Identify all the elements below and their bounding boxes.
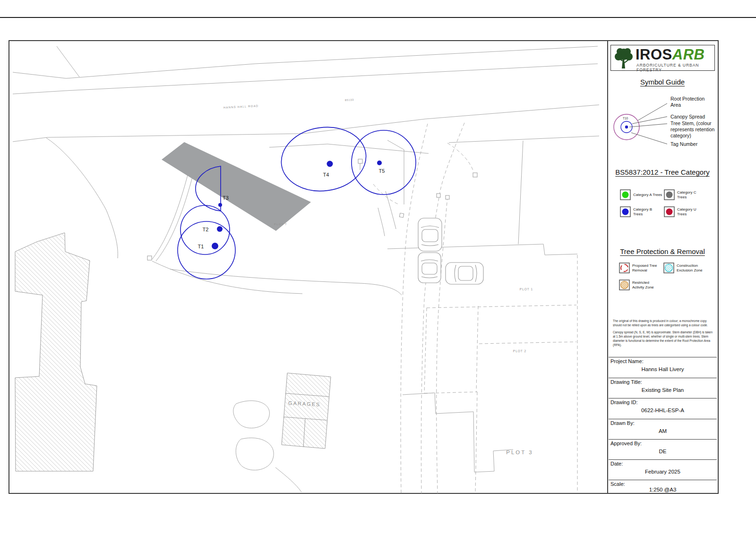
brand-secondary: ARB xyxy=(672,46,705,63)
tree-T2: T2 xyxy=(180,205,230,254)
garages-building xyxy=(282,373,331,449)
drawing-notes: The original of this drawing is produced… xyxy=(613,319,713,350)
field-drawing-id: Drawing ID: 0622-HHL-ESP-A xyxy=(609,398,717,419)
tree-logo-icon xyxy=(613,46,635,70)
tree-T2-tag: T2 xyxy=(203,227,209,232)
legend-tree-removal: Proposed Tree Removal xyxy=(619,263,662,273)
field-drawing-title: Drawing Title: Existing Site Plan xyxy=(609,378,717,398)
legend-category-a: Category A Trees xyxy=(620,189,662,200)
hatched-building xyxy=(15,233,97,471)
tree-T3-tag: T3 xyxy=(223,195,229,201)
plot-2-label: PLOT 2 xyxy=(513,349,526,353)
tree-T3-stem xyxy=(218,203,222,207)
stem-label: Tree Stem, (colour represents retention … xyxy=(670,120,715,139)
legend-exclusion-zone: Construction Exclusion Zone xyxy=(663,263,706,273)
protection-heading: Tree Protection & Removal xyxy=(608,247,717,255)
note-canopy: Canopy spread (N, S, E, W) is approximat… xyxy=(613,331,713,348)
brand-wordmark: IROSARB xyxy=(636,46,704,63)
category-u-chip xyxy=(664,206,675,217)
legend-restricted-zone: Restricted Activity Zone xyxy=(619,280,662,290)
legend-category-c: Category C Trees xyxy=(664,189,706,200)
brand-tagline: ARBORICULTURE & URBAN FORESTRY xyxy=(636,63,714,72)
category-b-chip xyxy=(620,206,631,217)
car xyxy=(418,253,441,283)
plot-1-label: PLOT 1 xyxy=(520,288,533,291)
field-date: Date: February 2025 xyxy=(609,459,717,480)
symbol-guide-heading: Symbol Guide xyxy=(608,78,717,86)
example-tag: T10 xyxy=(623,117,628,120)
tree-T4-tag: T4 xyxy=(323,172,329,178)
tree-T1-stem xyxy=(212,243,218,249)
leader-lines xyxy=(629,103,667,144)
car xyxy=(446,263,483,284)
tree-T4-canopy xyxy=(277,122,370,196)
plot-7-label: PLOT 7 xyxy=(274,223,287,226)
tree-T5-tag: T5 xyxy=(379,168,385,174)
page-top-rule xyxy=(0,17,756,18)
tree-T1-tag: T1 xyxy=(198,244,204,249)
road-ref-label: B5133 xyxy=(345,98,354,102)
restricted-zone-icon xyxy=(619,280,630,290)
road-name-label: HANNS HALL ROAD xyxy=(223,104,259,109)
legend-category-b: Category B Trees xyxy=(620,206,662,217)
legend-category-u: Category U Trees xyxy=(664,206,706,217)
tree-T4-stem xyxy=(327,161,333,167)
rpa-label: Root Protection Area xyxy=(670,96,715,108)
tree-T2-stem xyxy=(217,226,223,232)
title-block-divider xyxy=(607,40,608,494)
tree-T5-stem xyxy=(377,161,382,165)
tree-T4: T4 xyxy=(277,122,370,196)
plan-labels: HANNS HALL ROAD B5133 PLOT 7 PLOT 1 PLOT… xyxy=(223,98,533,455)
tag-number-label: Tag Number xyxy=(670,141,715,147)
title-block-fields: Project Name: Hanns Hall Livery Drawing … xyxy=(609,357,717,493)
parked-cars xyxy=(418,218,483,284)
category-c-chip xyxy=(664,189,675,200)
exclusion-zone-icon xyxy=(663,263,674,273)
note-colour: The original of this drawing is produced… xyxy=(613,319,713,328)
field-scale: Scale: 1:250 @A3 xyxy=(609,480,717,493)
category-a-chip xyxy=(620,189,631,200)
plot-3-label: PLOT 3 xyxy=(506,449,533,455)
tree-category-heading: BS5837:2012 - Tree Category xyxy=(608,168,717,176)
tree-removal-icon xyxy=(619,263,630,273)
site-plan-svg: T1 T2 T3 T4 T5 xyxy=(9,40,607,494)
car xyxy=(418,218,442,251)
symbol-guide-diagram: T10 Root Protection Area Canopy Spread T… xyxy=(611,97,715,159)
canopy-label: Canopy Spread xyxy=(670,114,715,120)
field-approved-by: Approved By: DE xyxy=(609,439,717,459)
brand-primary: IROS xyxy=(636,46,672,63)
drawing-sheet: T1 T2 T3 T4 T5 xyxy=(0,0,756,534)
field-drawn-by: Drawn By: AM xyxy=(609,419,717,439)
stem-dot xyxy=(625,126,628,128)
logo: IROSARB ARBORICULTURE & URBAN FORESTRY xyxy=(610,45,715,71)
field-project-name: Project Name: Hanns Hall Livery xyxy=(609,357,717,378)
